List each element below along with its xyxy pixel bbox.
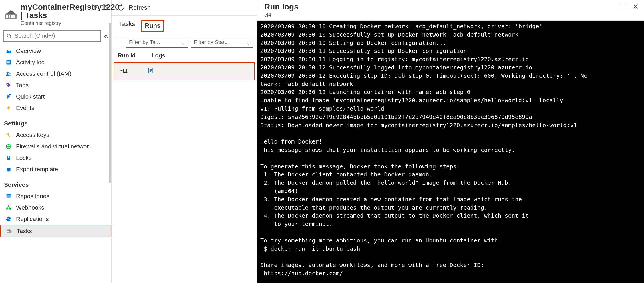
search-icon [7,33,12,39]
chevron-down-icon: ⌵ [182,39,185,46]
nav-item-tags[interactable]: Tags [0,79,111,91]
repositories-icon [5,193,12,200]
nav-item-events[interactable]: Events [0,102,111,114]
filter-by-task-dropdown[interactable]: Filter by Ta... ⌵ [126,37,188,48]
svg-rect-22 [8,171,10,172]
iam-icon [5,70,12,77]
tags-icon [5,82,12,89]
logs-icon[interactable] [148,67,154,76]
col-logs: Logs [152,52,165,59]
activity-log-icon [5,59,12,66]
svg-point-12 [7,71,9,73]
nav-item-access-control[interactable]: Access control (IAM) [0,68,111,79]
collapse-nav-icon[interactable]: « [104,32,108,40]
col-run-id: Run Id [118,52,136,59]
lock-icon [5,154,12,161]
tab-runs[interactable]: Runs [141,20,164,32]
search-input-wrapper[interactable] [3,30,101,42]
nav-item-tasks[interactable]: Tasks [0,225,111,237]
nav-item-quick-start[interactable]: Quick start [0,91,111,102]
maximize-icon[interactable]: ☐ [619,2,626,11]
nav-item-locks[interactable]: Locks [0,152,111,164]
svg-rect-20 [7,158,10,160]
svg-rect-3 [11,15,13,18]
collapse-chevrons-icon[interactable]: « [94,2,98,10]
svg-point-6 [7,34,10,37]
svg-rect-31 [9,231,9,232]
run-row[interactable]: cf4 [114,62,255,80]
svg-rect-21 [7,168,10,171]
nav-item-repositories[interactable]: Repositories [0,190,111,202]
run-id-cell: cf4 [120,68,128,75]
close-blade-icon[interactable]: ✕ [103,2,108,10]
firewall-icon [5,143,12,150]
terminal-output[interactable]: 2020/03/09 20:30:10 Creating Docker netw… [257,21,644,283]
filter-by-status-dropdown[interactable]: Filter by Stat... ⌵ [191,37,253,48]
nav-item-activity-log[interactable]: Activity log [0,57,111,68]
svg-rect-32 [10,231,10,232]
svg-rect-4 [13,15,15,18]
run-logs-title: Run logs [264,2,299,11]
container-registry-icon [4,8,18,21]
quick-start-icon [5,93,12,100]
svg-marker-33 [7,229,11,230]
svg-rect-9 [7,61,10,62]
svg-marker-34 [121,4,122,7]
select-all-checkbox[interactable] [116,39,123,46]
nav-item-access-keys[interactable]: Access keys [0,129,111,141]
svg-line-7 [10,37,11,38]
refresh-button[interactable]: Refresh [112,0,257,16]
page-subtitle: Container registry [21,20,119,26]
svg-marker-5 [6,10,16,14]
nav-item-webhooks[interactable]: Webhooks [0,202,111,213]
refresh-label: Refresh [129,4,151,11]
nav-group-services: Services [0,175,111,190]
svg-rect-18 [8,135,10,137]
nav-item-firewalls[interactable]: Firewalls and virtual networ... [0,141,111,152]
events-icon [5,105,12,111]
webhooks-icon [5,204,12,211]
export-template-icon [5,166,12,173]
svg-point-14 [7,84,8,85]
nav-group-settings: Settings [0,114,111,129]
tasks-icon [6,228,13,234]
svg-point-13 [9,72,11,74]
replications-icon [5,216,12,222]
nav-item-overview[interactable]: Overview [0,45,111,57]
svg-point-15 [9,95,10,96]
svg-rect-2 [9,15,10,18]
svg-rect-1 [6,15,8,18]
scrollbar[interactable] [109,23,111,183]
nav-item-replications[interactable]: Replications [0,213,111,225]
key-icon [5,131,12,138]
svg-rect-29 [7,231,8,232]
chevron-down-icon: ⌵ [247,39,250,46]
tab-tasks[interactable]: Tasks [119,20,135,32]
search-input[interactable] [14,32,98,39]
overview-icon [5,47,12,54]
nav-item-export-template[interactable]: Export template [0,164,111,175]
close-icon[interactable]: ✕ [633,2,639,11]
svg-rect-10 [7,62,10,63]
svg-rect-11 [7,63,9,63]
svg-point-17 [7,133,8,134]
run-logs-subtitle: cf4 [264,12,299,18]
svg-rect-30 [8,231,9,232]
